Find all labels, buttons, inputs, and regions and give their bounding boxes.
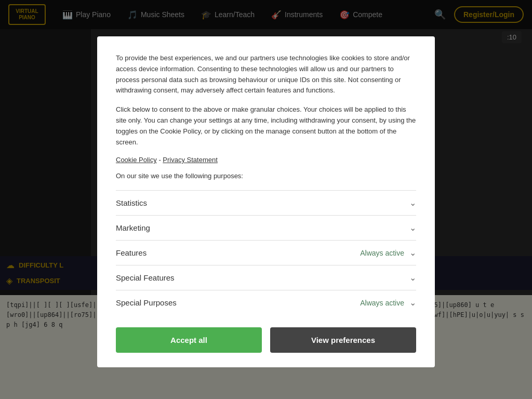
cookie-consent-modal: To provide the best experiences, we and … (97, 36, 435, 367)
section-right: ⌄ (409, 223, 416, 233)
marketing-label: Marketing (116, 223, 150, 232)
section-right: Always active ⌄ (360, 298, 416, 308)
section-left: Marketing (116, 223, 150, 232)
special-purposes-always-active-label: Always active (360, 299, 404, 307)
special-purposes-chevron-icon: ⌄ (409, 298, 416, 308)
cookie-body-text-1: To provide the best experiences, we and … (116, 53, 416, 96)
section-right: Always active ⌄ (360, 248, 416, 258)
privacy-statement-link[interactable]: Privacy Statement (163, 156, 218, 164)
features-always-active-label: Always active (360, 249, 404, 257)
features-chevron-icon: ⌄ (409, 248, 416, 258)
cookie-section-special-features[interactable]: Special Features ⌄ (116, 265, 416, 290)
cookie-policy-link[interactable]: Cookie Policy (116, 156, 157, 164)
view-preferences-button[interactable]: View preferences (270, 327, 416, 353)
cookie-section-features[interactable]: Features Always active ⌄ (116, 240, 416, 265)
cookie-section-statistics[interactable]: Statistics ⌄ (116, 190, 416, 215)
section-left: Special Features (116, 273, 175, 282)
overlay-backdrop: To provide the best experiences, we and … (0, 0, 532, 399)
special-features-label: Special Features (116, 273, 175, 282)
features-label: Features (116, 248, 147, 257)
special-purposes-label: Special Purposes (116, 298, 177, 307)
section-right: ⌄ (409, 273, 416, 283)
statistics-label: Statistics (116, 198, 147, 207)
cookie-button-row: Accept all View preferences (116, 327, 416, 353)
accept-all-button[interactable]: Accept all (116, 327, 262, 353)
special-features-chevron-icon: ⌄ (409, 273, 416, 283)
purposes-text: On our site we use the following purpose… (116, 172, 416, 180)
marketing-chevron-icon: ⌄ (409, 223, 416, 233)
cookie-section-marketing[interactable]: Marketing ⌄ (116, 215, 416, 240)
section-right: ⌄ (409, 198, 416, 208)
section-left: Special Purposes (116, 298, 177, 307)
cookie-body-text-2: Click below to consent to the above or m… (116, 104, 416, 148)
section-left: Features (116, 248, 147, 257)
statistics-chevron-icon: ⌄ (409, 198, 416, 208)
cookie-section-special-purposes[interactable]: Special Purposes Always active ⌄ (116, 290, 416, 315)
cookie-links-row: Cookie Policy - Privacy Statement (116, 156, 416, 164)
section-left: Statistics (116, 198, 147, 207)
